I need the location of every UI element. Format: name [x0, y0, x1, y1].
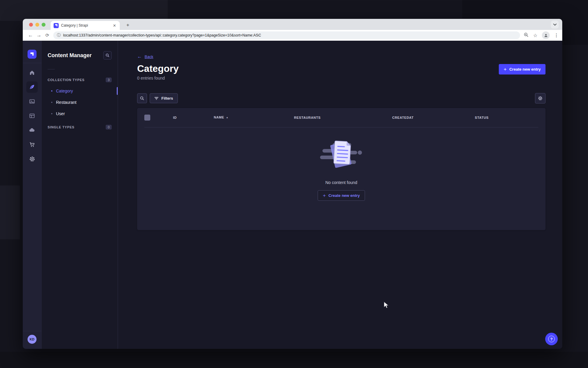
browser-toolbar: ← → ⟳ ⓘ localhost:1337/admin/content-man… — [23, 30, 562, 41]
collection-types-label: COLLECTION TYPES — [48, 78, 84, 82]
divider — [23, 331, 41, 331]
column-header-restaurants: RESTAURANTS — [294, 116, 321, 119]
empty-message: No content found — [325, 180, 357, 185]
sidebar-item-category[interactable]: Category — [42, 85, 118, 97]
address-bar[interactable]: ⓘ localhost:1337/admin/content-manager/c… — [53, 31, 520, 39]
table-header-row: ID NAME ▲ RESTAURANTS CREATEDAT STATUS — [137, 108, 545, 127]
column-header-status: STATUS — [475, 116, 489, 119]
collection-types-badge: 3 — [106, 77, 112, 82]
minimize-window-button[interactable] — [35, 23, 39, 27]
single-types-badge: 0 — [106, 125, 112, 130]
strapi-favicon-icon — [54, 23, 59, 28]
back-link[interactable]: ← Back — [137, 54, 545, 59]
nav-home-icon[interactable] — [26, 67, 38, 78]
close-window-button[interactable] — [29, 23, 33, 27]
main-content: ← Back Category 0 entries found + Create… — [118, 41, 562, 349]
create-entry-label: Create new entry — [509, 67, 541, 72]
desktop-shape — [0, 185, 20, 239]
divider — [48, 69, 55, 69]
bookmark-star-icon[interactable]: ☆ — [533, 33, 537, 38]
subnav-search-button[interactable] — [103, 51, 112, 60]
nav-media-library-icon[interactable] — [26, 96, 38, 107]
sidebar-item-label: Restaurant — [56, 100, 76, 105]
nav-content-manager-icon[interactable] — [26, 81, 38, 93]
url-text: localhost:1337/admin/content-manager/col… — [63, 33, 261, 37]
plus-icon: + — [323, 193, 326, 198]
column-header-name-label: NAME — [214, 115, 224, 119]
sidebar-item-user[interactable]: User — [42, 108, 118, 119]
desktop-shape — [0, 0, 168, 21]
tab-search-chevron-icon[interactable] — [551, 21, 559, 28]
divider — [23, 63, 41, 63]
content-manager-subnav: Content Manager COLLECTION TYPES 3 Categ… — [42, 41, 118, 349]
nav-marketplace-icon[interactable] — [26, 139, 38, 150]
empty-state: No content found + Create new entry — [137, 127, 545, 230]
forward-nav-icon[interactable]: → — [35, 32, 43, 38]
plus-icon: + — [504, 67, 507, 72]
bullet-icon — [51, 113, 52, 114]
create-entry-button[interactable]: + Create new entry — [499, 64, 545, 74]
sidebar-item-restaurant[interactable]: Restaurant — [42, 97, 118, 108]
user-avatar[interactable]: KD — [28, 335, 37, 344]
bullet-icon — [51, 102, 52, 103]
filters-label: Filters — [161, 96, 173, 101]
browser-window: Category | Strapi ✕ + ← → ⟳ ⓘ localhost:… — [23, 19, 562, 349]
help-button[interactable]: ? — [545, 333, 558, 345]
no-content-illustration — [319, 139, 364, 172]
back-arrow-icon: ← — [137, 54, 142, 59]
browser-tab[interactable]: Category | Strapi ✕ — [51, 21, 120, 30]
tab-close-icon[interactable]: ✕ — [112, 23, 117, 28]
browser-profile-avatar[interactable] — [542, 31, 550, 39]
window-controls — [29, 23, 46, 27]
filter-icon — [154, 97, 159, 100]
back-nav-icon[interactable]: ← — [26, 32, 35, 38]
bullet-icon — [51, 90, 52, 92]
tab-title: Category | Strapi — [61, 23, 110, 28]
nav-cloud-icon[interactable] — [26, 124, 38, 136]
browser-tab-bar: Category | Strapi ✕ + — [23, 19, 562, 30]
single-types-label: SINGLE TYPES — [48, 125, 75, 129]
site-info-icon[interactable]: ⓘ — [57, 33, 61, 38]
column-header-createdat: CREATEDAT — [392, 116, 414, 119]
entries-table: ID NAME ▲ RESTAURANTS CREATEDAT STATUS — [137, 108, 545, 230]
entries-count: 0 entries found — [137, 76, 179, 80]
main-navigation: KD — [23, 41, 42, 349]
view-settings-button[interactable] — [535, 93, 545, 104]
empty-create-entry-button[interactable]: + Create new entry — [318, 190, 365, 201]
strapi-logo[interactable] — [28, 50, 37, 59]
column-header-id[interactable]: ID — [173, 116, 177, 119]
reload-icon[interactable]: ⟳ — [43, 33, 51, 38]
strapi-app: KD Content Manager COLLECTION TYPES 3 Ca… — [23, 41, 562, 349]
subnav-title: Content Manager — [48, 52, 92, 59]
sidebar-item-label: Category — [56, 89, 73, 93]
sort-asc-icon: ▲ — [226, 116, 229, 119]
question-mark-icon: ? — [548, 336, 555, 342]
sidebar-item-label: User — [56, 111, 65, 116]
filters-button[interactable]: Filters — [150, 93, 178, 103]
desktop-shape — [0, 352, 588, 368]
zoom-page-icon[interactable] — [524, 32, 529, 39]
nav-settings-icon[interactable] — [26, 153, 38, 165]
page-title: Category — [137, 63, 179, 74]
new-tab-button[interactable]: + — [124, 21, 132, 29]
search-button[interactable] — [137, 93, 147, 103]
active-indicator — [117, 87, 118, 95]
empty-create-entry-label: Create new entry — [328, 193, 360, 198]
back-label: Back — [145, 54, 153, 59]
select-all-checkbox[interactable] — [144, 115, 150, 121]
nav-content-type-builder-icon[interactable] — [26, 110, 38, 121]
browser-menu-icon[interactable]: ⋮ — [554, 33, 559, 38]
column-header-name[interactable]: NAME ▲ — [214, 115, 228, 119]
zoom-window-button[interactable] — [42, 23, 46, 27]
